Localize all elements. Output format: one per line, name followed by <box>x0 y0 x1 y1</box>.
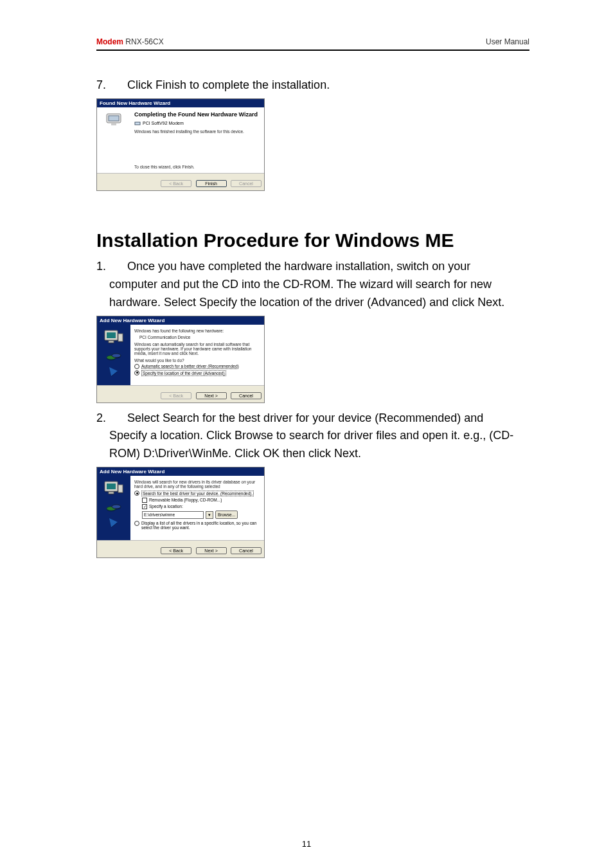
step2-number: 2. <box>96 410 127 428</box>
brand-label: Modem <box>96 37 123 46</box>
cancel-button-3[interactable]: Cancel <box>231 547 262 554</box>
next-button-3[interactable]: Next > <box>196 547 227 554</box>
svg-rect-3 <box>135 122 140 125</box>
step7-number: 7. <box>96 77 127 95</box>
wizard-titlebar-2: Add New Hardware Wizard <box>97 316 264 325</box>
finish-button[interactable]: Finish <box>196 180 227 187</box>
disks-icon <box>105 352 122 362</box>
radio-dot-selected <box>134 370 139 375</box>
computer-icon <box>103 480 125 499</box>
header-left: Modem RNX-56CX <box>96 37 164 46</box>
page-number: 11 <box>0 839 613 849</box>
checkbox-box-empty <box>142 498 147 503</box>
wizard-info-1: Windows has finished installing the soft… <box>134 129 259 134</box>
svg-point-9 <box>112 354 121 357</box>
wizard-titlebar: Found New Hardware Wizard <box>97 99 264 107</box>
found-text: Windows has found the following new hard… <box>134 329 259 333</box>
found-new-hardware-wizard: Found New Hardware Wizard Completing the… <box>96 98 265 191</box>
back-button-2[interactable]: < Back <box>161 392 191 399</box>
radio-best-driver-label: Search for the best driver for your devi… <box>141 491 254 496</box>
step1-number: 1. <box>96 258 127 276</box>
device-label: PCI SoftV92 Modem <box>143 121 184 125</box>
section-heading: Installation Procedure for Windows ME <box>96 230 529 251</box>
header-right: User Manual <box>486 37 529 46</box>
add-new-hardware-wizard-2: Add New Hardware Wizard Windows wil <box>96 467 265 558</box>
checkbox-box-checked <box>142 504 147 509</box>
header-divider <box>96 50 529 51</box>
wizard-titlebar-3: Add New Hardware Wizard <box>97 467 264 476</box>
location-input[interactable]: E:\drivers\winme <box>142 511 204 519</box>
wizard-sidebar-me-2 <box>97 476 130 540</box>
device-icon <box>104 110 123 129</box>
checkbox-removable-label: Removable Media (Floppy, CD-ROM...) <box>149 498 222 502</box>
wizard2-para: Windows can automatically search for and… <box>134 342 259 356</box>
checkbox-specify-location[interactable]: Specify a location: <box>142 504 259 509</box>
svg-rect-7 <box>118 334 123 341</box>
wizard-heading: Completing the Found New Hardware Wizard <box>134 111 259 118</box>
modem-icon <box>134 120 141 127</box>
wizard2-question: What would you like to do? <box>134 358 259 363</box>
radio-display-list[interactable]: Display a list of all the drivers in a s… <box>134 521 259 530</box>
wizard3-para: Windows will search for new drivers in i… <box>134 480 259 489</box>
step2-first-line: Select Search for the best driver for yo… <box>127 410 529 428</box>
wizard-info-2: To close this wizard, click Finish. <box>134 165 259 169</box>
svg-rect-5 <box>107 332 116 338</box>
radio-dot-unselected-3 <box>134 521 139 526</box>
radio-best-driver[interactable]: Search for the best driver for your devi… <box>134 491 259 496</box>
device-label-2: PCI Communication Device <box>139 335 259 339</box>
dropdown-arrow-icon[interactable]: ▾ <box>206 511 213 519</box>
svg-rect-1 <box>109 116 119 121</box>
radio-dot-selected-3 <box>134 491 139 496</box>
browse-button[interactable]: Browse... <box>215 511 238 519</box>
step1-rest: computer and put the CD into the CD-ROM.… <box>96 276 529 312</box>
ribbon-icon <box>107 517 120 530</box>
model-label: RNX-56CX <box>125 37 163 46</box>
svg-rect-13 <box>118 485 123 493</box>
cancel-button-2[interactable]: Cancel <box>231 392 262 399</box>
computer-icon <box>103 329 125 348</box>
wizard-sidebar-me <box>97 325 130 385</box>
radio-automatic-label: Automatic search for a better driver (Re… <box>141 364 239 368</box>
radio-specify[interactable]: Specify the location of the driver (Adva… <box>134 370 259 376</box>
cancel-button[interactable]: Cancel <box>231 180 262 187</box>
wizard-sidebar <box>97 107 130 173</box>
radio-specify-label: Specify the location of the driver (Adva… <box>141 370 226 376</box>
svg-rect-12 <box>109 492 114 494</box>
checkbox-specify-label: Specify a location: <box>149 504 183 509</box>
add-new-hardware-wizard-1: Add New Hardware Wizard Windows has <box>96 316 265 403</box>
radio-dot-unselected <box>134 364 139 369</box>
svg-rect-2 <box>111 123 116 125</box>
back-button-3[interactable]: < Back <box>161 547 191 554</box>
next-button-2[interactable]: Next > <box>196 392 227 399</box>
step7-text: Click Finish to complete the installatio… <box>127 77 330 95</box>
checkbox-removable[interactable]: Removable Media (Floppy, CD-ROM...) <box>142 498 259 503</box>
svg-rect-11 <box>107 484 116 489</box>
radio-display-list-label: Display a list of all the drivers in a s… <box>141 521 259 530</box>
svg-rect-6 <box>109 341 114 343</box>
radio-automatic[interactable]: Automatic search for a better driver (Re… <box>134 364 259 369</box>
step2-rest: Specify a location. Click Browse to sear… <box>96 427 529 463</box>
back-button[interactable]: < Back <box>161 180 191 187</box>
ribbon-icon <box>107 366 120 379</box>
disks-icon <box>105 503 122 513</box>
svg-point-15 <box>112 505 121 509</box>
step1-first-line: Once you have completed the hardware ins… <box>127 258 529 276</box>
